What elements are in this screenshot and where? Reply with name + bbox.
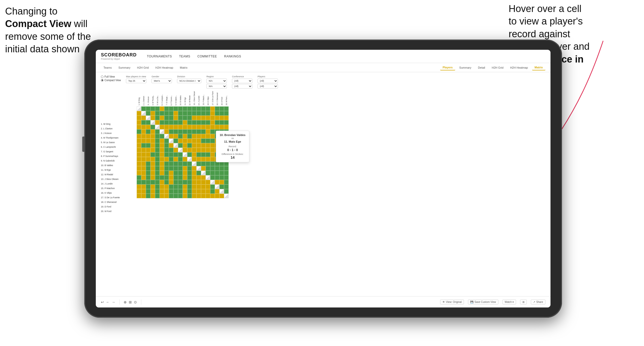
cell-15-14[interactable]	[196, 171, 201, 175]
cell-20-19[interactable]	[219, 194, 224, 198]
cell-20-1[interactable]	[137, 194, 141, 198]
cell-6-14[interactable]	[196, 129, 201, 134]
cell-14-19[interactable]	[219, 166, 224, 171]
cell-20-16[interactable]	[206, 194, 210, 198]
cell-11-13[interactable]	[192, 152, 196, 157]
cell-13-15[interactable]	[201, 162, 206, 166]
cell-3-5[interactable]	[155, 116, 160, 120]
cell-11-17[interactable]	[210, 152, 215, 157]
cell-16-19[interactable]	[219, 175, 224, 180]
cell-13-1[interactable]	[137, 162, 141, 166]
cell-12-11[interactable]	[183, 157, 187, 162]
cell-3-1[interactable]	[137, 116, 141, 120]
cell-8-8[interactable]	[169, 139, 173, 143]
cell-20-8[interactable]	[169, 194, 173, 198]
redo-right-icon[interactable]: →	[112, 300, 115, 304]
cell-13-7[interactable]	[164, 162, 169, 166]
cell-14-20[interactable]	[224, 166, 229, 171]
cell-5-16[interactable]	[206, 125, 210, 129]
cell-9-9[interactable]	[173, 143, 178, 148]
cell-3-9[interactable]	[173, 116, 178, 120]
cell-19-1[interactable]	[137, 189, 141, 194]
cell-8-14[interactable]	[196, 139, 201, 143]
cell-1-2[interactable]	[141, 106, 146, 111]
cell-16-13[interactable]	[192, 175, 196, 180]
cell-11-11[interactable]	[183, 152, 187, 157]
cell-12-3[interactable]	[146, 157, 150, 162]
cell-15-16[interactable]	[206, 171, 210, 175]
cell-10-16[interactable]	[206, 148, 210, 152]
cell-1-14[interactable]	[196, 106, 201, 111]
cell-15-12[interactable]	[187, 171, 192, 175]
cell-3-6[interactable]	[160, 116, 164, 120]
cell-8-10[interactable]	[178, 139, 183, 143]
cell-8-2[interactable]	[141, 139, 146, 143]
cell-14-17[interactable]	[210, 166, 215, 171]
cell-3-10[interactable]	[178, 116, 183, 120]
cell-3-2[interactable]	[141, 116, 146, 120]
cell-17-8[interactable]	[169, 180, 173, 184]
cell-16-7[interactable]	[164, 175, 169, 180]
cell-4-18[interactable]	[215, 120, 219, 125]
cell-15-1[interactable]	[137, 171, 141, 175]
cell-11-12[interactable]	[187, 152, 192, 157]
cell-11-8[interactable]	[169, 152, 173, 157]
conference-select-1[interactable]: (All)	[232, 79, 252, 83]
cell-2-19[interactable]	[219, 111, 224, 116]
cell-10-10[interactable]	[178, 148, 183, 152]
cell-9-11[interactable]	[183, 143, 187, 148]
settings-icon[interactable]: ⊙	[134, 300, 137, 304]
nav-committee[interactable]: COMMITTEE	[197, 54, 217, 59]
cell-5-7[interactable]	[164, 125, 169, 129]
cell-19-4[interactable]	[150, 189, 155, 194]
cell-11-2[interactable]	[141, 152, 146, 157]
cell-3-19[interactable]	[219, 116, 224, 120]
cell-11-3[interactable]	[146, 152, 150, 157]
cell-16-15[interactable]	[201, 175, 206, 180]
cell-2-6[interactable]	[160, 111, 164, 116]
cell-17-5[interactable]	[155, 180, 160, 184]
cell-19-15[interactable]	[201, 189, 206, 194]
cell-18-4[interactable]	[150, 184, 155, 189]
cell-12-6[interactable]	[160, 157, 164, 162]
cell-18-11[interactable]	[183, 184, 187, 189]
cell-13-5[interactable]	[155, 162, 160, 166]
cell-1-9[interactable]	[173, 106, 178, 111]
cell-2-10[interactable]	[178, 111, 183, 116]
cell-6-1[interactable]	[137, 129, 141, 134]
cell-18-3[interactable]	[146, 184, 150, 189]
cell-1-20[interactable]	[224, 106, 229, 111]
cell-15-20[interactable]	[224, 171, 229, 175]
cell-12-14[interactable]	[196, 157, 201, 162]
cell-9-3[interactable]	[146, 143, 150, 148]
cell-13-6[interactable]	[160, 162, 164, 166]
cell-6-3[interactable]	[146, 129, 150, 134]
cell-5-8[interactable]	[169, 125, 173, 129]
layout-button[interactable]: ⊞	[520, 300, 527, 304]
cell-19-13[interactable]	[192, 189, 196, 194]
cell-8-4[interactable]	[150, 139, 155, 143]
max-players-select[interactable]: Top 25	[126, 79, 146, 83]
cell-17-16[interactable]	[206, 180, 210, 184]
cell-3-13[interactable]	[192, 116, 196, 120]
zoom-icon[interactable]: ⊕	[124, 300, 127, 304]
cell-12-1[interactable]	[137, 157, 141, 162]
cell-1-13[interactable]	[192, 106, 196, 111]
cell-1-5[interactable]	[155, 106, 160, 111]
cell-9-4[interactable]	[150, 143, 155, 148]
cell-9-1[interactable]	[137, 143, 141, 148]
cell-3-20[interactable]	[224, 116, 229, 120]
cell-15-6[interactable]	[160, 171, 164, 175]
cell-12-15[interactable]	[201, 157, 206, 162]
cell-13-4[interactable]	[150, 162, 155, 166]
cell-10-1[interactable]	[137, 148, 141, 152]
cell-2-13[interactable]	[192, 111, 196, 116]
cell-3-8[interactable]	[169, 116, 173, 120]
cell-14-18[interactable]	[215, 166, 219, 171]
cell-4-11[interactable]	[183, 120, 187, 125]
cell-18-10[interactable]	[178, 184, 183, 189]
cell-6-5[interactable]	[155, 129, 160, 134]
cell-14-5[interactable]	[155, 166, 160, 171]
cell-17-14[interactable]	[196, 180, 201, 184]
cell-8-1[interactable]	[137, 139, 141, 143]
